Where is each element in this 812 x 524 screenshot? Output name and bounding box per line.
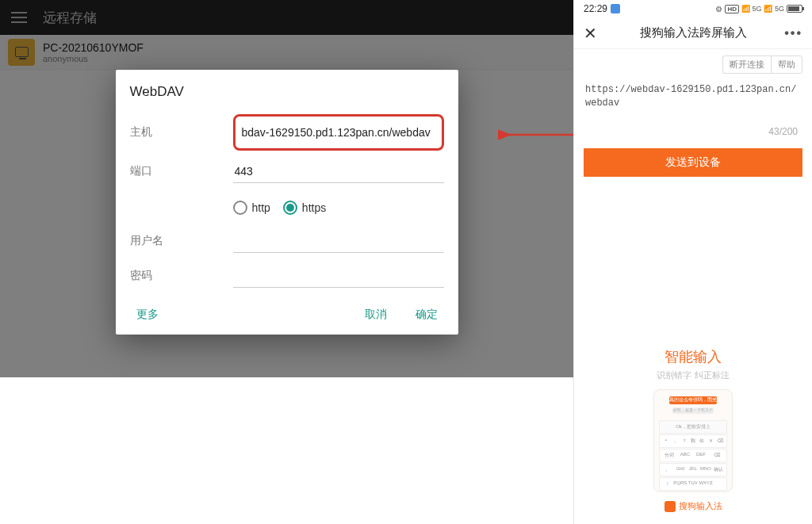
close-icon[interactable]: ✕ bbox=[584, 24, 597, 43]
promo-footer: 搜狗输入法 bbox=[665, 500, 722, 512]
help-button[interactable]: 帮助 bbox=[771, 55, 802, 74]
promo-subtitle: 识别错字 纠正标注 bbox=[657, 369, 729, 381]
cancel-button[interactable]: 取消 bbox=[358, 304, 393, 325]
http-radio[interactable] bbox=[233, 201, 247, 215]
phone-header: ✕ 搜狗输入法跨屏输入 ••• bbox=[574, 17, 812, 49]
http-radio-label: http bbox=[252, 201, 270, 214]
send-button[interactable]: 发送到设备 bbox=[584, 148, 802, 177]
confirm-button[interactable]: 确定 bbox=[409, 304, 444, 325]
promo-footer-text: 搜狗输入法 bbox=[679, 500, 722, 512]
promo-title: 智能输入 bbox=[665, 347, 722, 366]
disconnect-button[interactable]: 断开连接 bbox=[722, 55, 771, 74]
promo-phone-graphic: 真的这么夸张吗，国光好吃吗？ 好吃，就是一下吃几个 Ok，把你安排上 •，？我你… bbox=[653, 389, 733, 492]
sogou-logo-icon bbox=[665, 501, 676, 512]
status-icons: ⚙ HD 📶 5G 📶 5G bbox=[715, 5, 802, 13]
modal-overlay: WebDAV 主机 端口 http bbox=[0, 0, 573, 377]
host-input-highlight bbox=[233, 114, 444, 151]
port-input[interactable] bbox=[233, 160, 444, 183]
promo-area: 智能输入 识别错字 纠正标注 真的这么夸张吗，国光好吃吗？ 好吃，就是一下吃几个… bbox=[574, 339, 812, 520]
status-bar: 22:29 ⚙ HD 📶 5G 📶 5G bbox=[574, 0, 812, 17]
dialog-title: WebDAV bbox=[130, 84, 444, 100]
status-time: 22:29 bbox=[584, 3, 607, 14]
host-input[interactable] bbox=[240, 121, 437, 143]
user-label: 用户名 bbox=[130, 234, 233, 248]
https-radio-label: https bbox=[302, 201, 326, 214]
status-badge-icon bbox=[611, 4, 620, 13]
pass-label: 密码 bbox=[130, 269, 233, 283]
char-count: 43/200 bbox=[574, 117, 812, 143]
https-radio[interactable] bbox=[283, 201, 297, 215]
webdav-dialog: WebDAV 主机 端口 http bbox=[116, 70, 458, 335]
host-label: 主机 bbox=[130, 125, 233, 140]
more-icon[interactable]: ••• bbox=[784, 26, 802, 40]
pass-input[interactable] bbox=[233, 265, 444, 288]
port-label: 端口 bbox=[130, 164, 233, 178]
more-button[interactable]: 更多 bbox=[130, 304, 165, 325]
user-input[interactable] bbox=[233, 230, 444, 253]
url-display[interactable]: https://webdav-1629150.pd1.123pan.cn/web… bbox=[574, 80, 812, 117]
phone-title: 搜狗输入法跨屏输入 bbox=[640, 25, 747, 40]
